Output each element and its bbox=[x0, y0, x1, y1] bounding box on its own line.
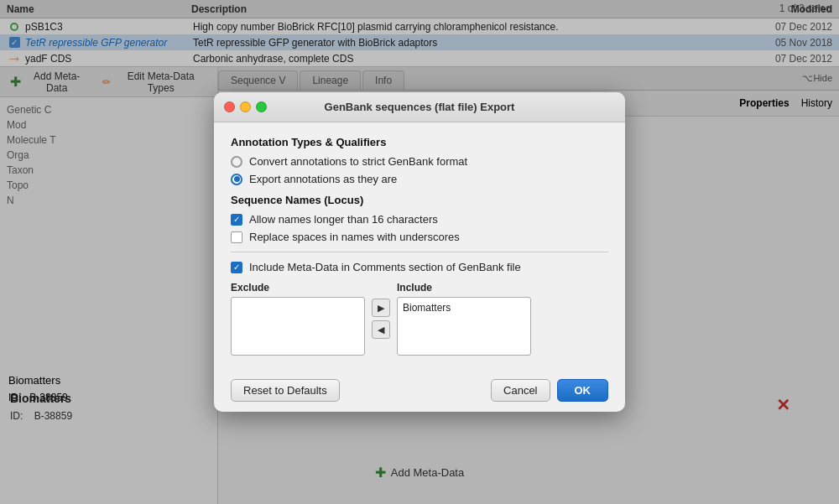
reset-defaults-button[interactable]: Reset to Defaults bbox=[231, 379, 340, 402]
checkbox-replace-spaces-box bbox=[231, 231, 242, 243]
exclude-include-row: Exclude ▶ ◀ Include Biomatters bbox=[231, 282, 608, 356]
radio-circle-unselected bbox=[231, 156, 242, 168]
modal-title: GenBank sequences (flat file) Export bbox=[325, 101, 515, 113]
transfer-right-button[interactable]: ▶ bbox=[372, 299, 390, 317]
maximize-window-button[interactable] bbox=[256, 101, 267, 112]
sequence-names-section-title: Sequence Names (Locus) bbox=[231, 194, 608, 206]
modal-overlay: GenBank sequences (flat file) Export Ann… bbox=[0, 0, 839, 504]
close-window-button[interactable] bbox=[224, 101, 235, 112]
checkbox-include-metadata[interactable]: ✓ Include Meta-Data in Comments section … bbox=[231, 261, 608, 273]
minimize-window-button[interactable] bbox=[240, 101, 251, 112]
modal-footer: Reset to Defaults Cancel OK bbox=[214, 369, 625, 412]
radio-circle-selected bbox=[231, 174, 242, 185]
window-controls bbox=[224, 101, 267, 112]
cancel-button[interactable]: Cancel bbox=[491, 379, 550, 402]
checkbox-longer-names-label: Allow names longer than 16 characters bbox=[249, 213, 438, 226]
export-dialog: GenBank sequences (flat file) Export Ann… bbox=[214, 92, 625, 412]
radio-export-as-is[interactable]: Export annotations as they are bbox=[231, 173, 608, 185]
transfer-buttons: ▶ ◀ bbox=[368, 282, 393, 339]
transfer-left-button[interactable]: ◀ bbox=[372, 320, 390, 339]
exclude-label: Exclude bbox=[231, 282, 365, 294]
check-mark: ✓ bbox=[233, 215, 240, 224]
include-label: Include bbox=[397, 282, 531, 294]
modal-titlebar: GenBank sequences (flat file) Export bbox=[214, 92, 625, 122]
exclude-list[interactable] bbox=[231, 297, 365, 356]
checkbox-metadata-label: Include Meta-Data in Comments section of… bbox=[249, 261, 521, 273]
ok-button[interactable]: OK bbox=[557, 379, 609, 402]
radio-strict-label: Convert annotations to strict GenBank fo… bbox=[249, 155, 467, 168]
checkbox-longer-names-box: ✓ bbox=[231, 214, 242, 226]
check-mark-2: ✓ bbox=[233, 262, 240, 272]
radio-strict-genbank[interactable]: Convert annotations to strict GenBank fo… bbox=[231, 155, 608, 168]
annotation-section-title: Annotation Types & Qualifiers bbox=[231, 136, 608, 148]
checkbox-longer-names[interactable]: ✓ Allow names longer than 16 characters bbox=[231, 213, 608, 226]
include-list[interactable]: Biomatters bbox=[397, 297, 531, 356]
checkbox-replace-spaces-label: Replace spaces in names with underscores bbox=[249, 231, 460, 243]
checkbox-metadata-box: ✓ bbox=[231, 262, 242, 273]
modal-body: Annotation Types & Qualifiers Convert an… bbox=[214, 122, 625, 369]
include-container: Include Biomatters bbox=[397, 282, 531, 356]
checkbox-replace-spaces[interactable]: Replace spaces in names with underscores bbox=[231, 231, 608, 243]
radio-dot bbox=[234, 176, 240, 182]
list-item[interactable]: Biomatters bbox=[401, 301, 527, 314]
divider bbox=[231, 252, 608, 252]
exclude-container: Exclude bbox=[231, 282, 365, 356]
radio-export-label: Export annotations as they are bbox=[249, 173, 397, 185]
